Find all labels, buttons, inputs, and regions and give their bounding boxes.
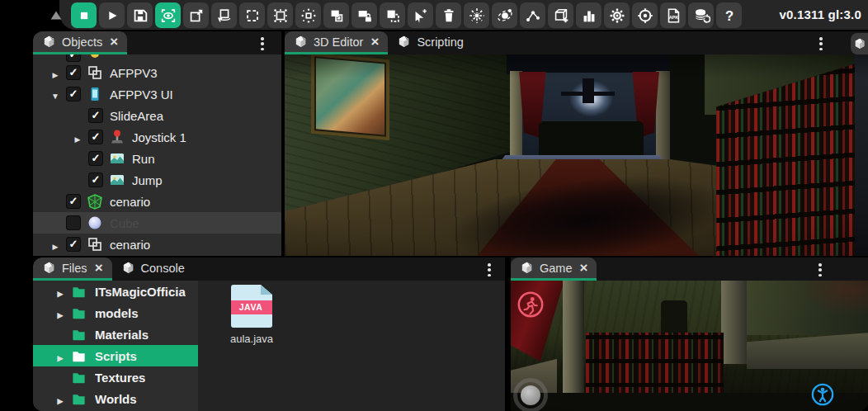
objects-tree-item[interactable]: Jump xyxy=(33,169,281,191)
checkbox[interactable] xyxy=(66,215,81,230)
aula.java[interactable]: JAVA aula.java xyxy=(223,285,281,345)
close-icon[interactable]: × xyxy=(95,261,103,275)
export-apk-button[interactable] xyxy=(660,2,686,28)
checkbox[interactable] xyxy=(88,130,103,144)
path-nodes-button[interactable] xyxy=(520,2,545,28)
joystick-knob[interactable] xyxy=(521,385,540,405)
tap-icon xyxy=(412,7,430,25)
objects-tree-item[interactable]: AFPPV3 xyxy=(33,62,281,83)
scale-tool-button[interactable] xyxy=(239,2,265,28)
checkbox[interactable] xyxy=(66,54,81,62)
tab-objects[interactable]: Objects × xyxy=(33,31,127,54)
tab-label: Scripting xyxy=(417,35,463,49)
accessibility-icon[interactable] xyxy=(811,383,834,406)
help-button[interactable] xyxy=(716,2,742,28)
stats-button[interactable] xyxy=(576,2,601,28)
add-object-button[interactable] xyxy=(548,2,573,28)
files-tree-item[interactable]: Worlds xyxy=(33,388,198,409)
scene-view-button[interactable] xyxy=(155,2,181,28)
files-tree-item[interactable]: models xyxy=(33,302,198,324)
expand-arrow-icon[interactable] xyxy=(50,349,71,363)
tab-stub[interactable] xyxy=(851,33,868,54)
pivot-tool-button[interactable] xyxy=(295,2,321,28)
files-tree-item[interactable]: Scripts xyxy=(33,345,198,366)
checkbox[interactable] xyxy=(88,108,103,123)
files-tree-item[interactable]: Textures xyxy=(33,366,198,388)
checkbox[interactable] xyxy=(66,237,81,252)
kebab-menu-icon[interactable] xyxy=(484,263,495,276)
tab-game[interactable]: Game × xyxy=(511,257,597,281)
lock-button[interactable] xyxy=(351,2,377,28)
delete-button[interactable] xyxy=(436,2,461,28)
expand-arrow-icon[interactable] xyxy=(45,66,66,80)
checkbox[interactable] xyxy=(66,65,81,80)
run-icon[interactable] xyxy=(517,291,545,319)
checkbox[interactable] xyxy=(88,172,103,187)
rotate-tool-button[interactable] xyxy=(211,2,237,28)
path-icon xyxy=(524,7,542,25)
objects-tree-item[interactable]: cenario xyxy=(33,191,281,212)
objects-tree-item[interactable]: Run xyxy=(33,148,281,169)
box-icon xyxy=(294,35,308,49)
tab-console[interactable]: Console xyxy=(112,257,194,281)
objects-tree-item[interactable]: Joystick 1 xyxy=(33,126,281,148)
objects-tree: AFPPV3 AFPPV3 UI SlideArea Joystick 1 xyxy=(33,54,281,256)
expand-arrow-icon[interactable] xyxy=(67,130,88,144)
target-settings-button[interactable] xyxy=(632,2,658,28)
game-viewport[interactable] xyxy=(511,281,868,411)
scene-viewport[interactable] xyxy=(285,54,868,256)
light-icon xyxy=(87,54,103,62)
expand-arrow-icon[interactable] xyxy=(50,285,71,299)
item-label: Scripts xyxy=(95,349,137,363)
particles-icon xyxy=(468,7,486,25)
checkbox[interactable] xyxy=(66,87,81,102)
expand-arrow-icon[interactable] xyxy=(50,392,71,406)
bounds-tool-button[interactable] xyxy=(267,2,293,28)
joystick-pad[interactable] xyxy=(513,378,548,411)
tab-files[interactable]: Files × xyxy=(33,257,112,281)
kebab-menu-icon[interactable] xyxy=(814,263,826,276)
tap-tool-button[interactable] xyxy=(408,2,433,28)
expand-arrow-icon[interactable] xyxy=(50,306,71,320)
objects-tree-item[interactable]: cenario xyxy=(33,234,281,255)
save-button[interactable] xyxy=(127,2,153,28)
tab-3d-editor[interactable]: 3D Editor × xyxy=(285,31,388,54)
item-label: models xyxy=(95,306,139,320)
database-sync-button[interactable] xyxy=(688,2,714,28)
files-tree-item[interactable]: ITsMagicOfficia xyxy=(33,281,198,302)
expand-arrow-icon[interactable] xyxy=(45,87,66,102)
item-label: AFPPV3 UI xyxy=(110,87,173,102)
play-button[interactable] xyxy=(99,2,125,28)
expand-arrow-icon[interactable] xyxy=(45,238,66,252)
expand-toolbar-button[interactable] xyxy=(43,2,68,28)
close-icon[interactable]: × xyxy=(370,35,379,49)
cube-add-icon xyxy=(552,7,570,25)
stop-button[interactable] xyxy=(71,2,97,28)
bring-forward-button[interactable] xyxy=(323,2,349,28)
close-icon[interactable]: × xyxy=(580,261,588,275)
move-icon xyxy=(187,7,205,25)
close-icon[interactable]: × xyxy=(110,35,118,49)
particles-button[interactable] xyxy=(464,2,489,28)
help-icon xyxy=(720,7,738,25)
kebab-menu-icon[interactable] xyxy=(815,37,827,50)
files-grid: JAVA aula.java xyxy=(198,281,505,411)
objects-tree-item[interactable] xyxy=(33,54,281,62)
files-body: ITsMagicOfficia models Materials Scripts xyxy=(33,281,505,411)
settings-button[interactable] xyxy=(604,2,630,28)
triangle-up-icon xyxy=(47,7,65,25)
folder-icon xyxy=(71,391,87,407)
tab-scripting[interactable]: Scripting xyxy=(388,31,472,54)
move-tool-button[interactable] xyxy=(183,2,209,28)
objects-tree-item[interactable]: Cube xyxy=(33,212,281,234)
checkbox[interactable] xyxy=(88,151,103,166)
files-tree-item[interactable]: Materials xyxy=(33,324,198,345)
orbit-button[interactable] xyxy=(492,2,517,28)
item-label: cenario xyxy=(110,238,150,252)
duplicate-button[interactable] xyxy=(380,2,405,28)
objects-tree-item[interactable]: SlideArea xyxy=(33,105,281,126)
checkbox[interactable] xyxy=(66,194,81,209)
objects-tree-item[interactable]: AFPPV3 UI xyxy=(33,83,281,105)
kebab-menu-icon[interactable] xyxy=(257,37,268,50)
box-icon xyxy=(397,35,411,49)
